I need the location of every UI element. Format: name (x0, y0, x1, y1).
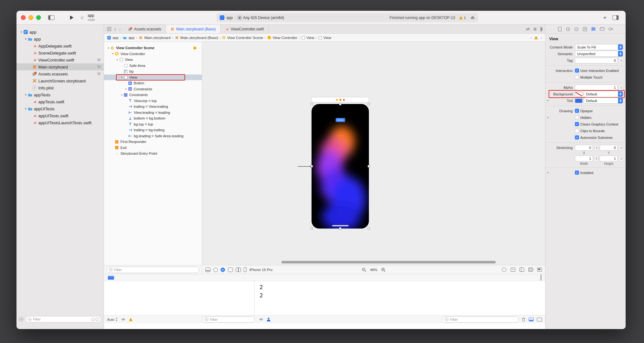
zoom-out-icon[interactable] (362, 268, 366, 272)
back-button[interactable] (114, 26, 116, 32)
next-issue-button[interactable]: › (541, 36, 542, 40)
stretching-x-field[interactable]: 0 (575, 145, 593, 151)
stretching-x-stepper[interactable] (594, 145, 598, 151)
outline-row-scene[interactable]: ▾View Controller Scene (104, 45, 202, 51)
navigator-row-file[interactable]: appUITests.swift (16, 112, 104, 119)
scheme-selector[interactable]: app main (88, 14, 95, 22)
zoom-level[interactable]: 46% (370, 268, 377, 272)
disclosure-triangle[interactable]: ▾ (23, 93, 28, 96)
add-variation-button[interactable] (546, 171, 550, 175)
multiple-touch-checkbox[interactable] (575, 75, 579, 79)
outline-row-button[interactable]: Button (104, 80, 202, 86)
variables-filter-field[interactable]: Filter (202, 316, 254, 323)
connections-inspector-icon[interactable] (609, 27, 613, 31)
activity-status-bar[interactable]: app › Any iOS Device (arm64) Finished ru… (216, 13, 478, 22)
outline-row-constraint[interactable]: bottom = bg.bottom (104, 115, 202, 121)
selection-handle[interactable] (311, 227, 313, 230)
add-editor-icon[interactable] (541, 27, 541, 31)
debug-area-toggle-icon[interactable] (541, 275, 541, 281)
add-file-button[interactable] (19, 317, 23, 321)
outline-row-constraint[interactable]: bg.leading = Safe Area.leading (104, 133, 202, 139)
selection-handle[interactable] (311, 165, 313, 167)
outline-row-bg-imageview[interactable]: bg (104, 68, 202, 74)
variables-scope-dropdown[interactable]: Auto▲▼ (107, 317, 118, 322)
breadcrumb-segment[interactable]: app (128, 36, 134, 40)
add-variation-button[interactable] (546, 115, 550, 120)
disclosure-triangle[interactable]: ▾ (23, 107, 28, 110)
outline-row-exit[interactable]: Exit (104, 145, 202, 151)
navigator-row-file[interactable]: Assets.xcassetsM (16, 70, 104, 77)
split-view-icon[interactable] (236, 268, 241, 272)
forward-button[interactable] (119, 26, 121, 32)
minimize-window-button[interactable] (29, 15, 33, 20)
debugger-icon[interactable] (267, 318, 270, 321)
tab-overview-icon[interactable] (107, 27, 111, 31)
background-popup[interactable]: Default (584, 91, 623, 97)
navigator-row-group[interactable]: ▾appTests (16, 91, 104, 98)
navigator-filter-field[interactable]: Filter (25, 316, 101, 322)
scene-dock[interactable] (312, 97, 369, 102)
scm-filter-icon[interactable] (96, 318, 99, 321)
outline-row-view-controller[interactable]: ▾View Controller (104, 51, 202, 57)
outline-row-constraints[interactable]: ▸Constraints (104, 86, 202, 92)
outline-row-constraint[interactable]: trailing = View.trailing (104, 104, 202, 110)
add-variation-button[interactable] (546, 99, 550, 103)
orientation-icon[interactable] (213, 268, 218, 272)
autoresize-subviews-checkbox[interactable] (575, 135, 579, 139)
navigator-row-file[interactable]: appUITestsLaunchTests.swift (16, 119, 104, 126)
disclosure-triangle[interactable]: ▾ (19, 30, 23, 34)
clears-graphics-context-checkbox[interactable] (575, 122, 579, 126)
show-variables-pane-icon[interactable] (529, 318, 534, 321)
code-review-icon[interactable]: ⇄ (526, 27, 530, 31)
stretching-height-stepper[interactable] (619, 156, 623, 161)
user-interaction-checkbox[interactable] (575, 68, 579, 73)
navigator-row-file[interactable]: SceneDelegate.swift (16, 49, 104, 56)
navigator-row-file-selected[interactable]: Main.storyboardM (16, 63, 104, 70)
variables-view[interactable] (104, 281, 254, 315)
navigator-row-file[interactable]: Info.plist (16, 84, 104, 91)
device-preview[interactable]: Button (312, 104, 369, 229)
outline-row-safe-area[interactable]: Safe Area (104, 63, 202, 69)
size-inspector-icon[interactable] (600, 27, 604, 31)
selection-handle[interactable] (339, 103, 341, 105)
bezel-toggle-icon[interactable] (228, 268, 233, 272)
selection-handle[interactable] (368, 165, 370, 167)
stretching-y-stepper[interactable] (619, 145, 623, 151)
zoom-window-button[interactable] (36, 15, 41, 20)
quick-help-inspector-icon[interactable]: ? (574, 27, 579, 31)
content-mode-popup[interactable]: Scale To Fill (575, 44, 623, 50)
tint-color-swatch[interactable] (575, 99, 583, 103)
prev-issue-button[interactable]: ‹ (530, 36, 531, 40)
update-frames-icon[interactable] (502, 268, 506, 272)
selection-handle[interactable] (368, 103, 370, 105)
adjust-editor-icon[interactable]: ≣ (533, 27, 537, 31)
disclosure-triangle[interactable]: ▾ (23, 37, 28, 41)
stretching-width-stepper[interactable] (594, 156, 598, 161)
selection-handle[interactable] (311, 103, 313, 105)
alpha-field[interactable]: 1 (575, 85, 618, 90)
storyboard-canvas[interactable]: Button (202, 42, 545, 265)
clear-console-icon[interactable] (522, 317, 525, 322)
identity-inspector-icon[interactable] (583, 27, 587, 31)
tab-main-storyboard[interactable]: Main.storyboard (Base) (166, 25, 221, 33)
navigator-row-file[interactable]: ViewController.swiftM (16, 56, 104, 63)
history-inspector-icon[interactable] (566, 27, 570, 31)
opaque-checkbox[interactable] (575, 109, 579, 113)
navigator-row-file[interactable]: LaunchScreen.storyboard (16, 77, 104, 84)
device-name[interactable]: iPhone 15 Pro (249, 268, 273, 272)
show-bars-icon[interactable] (205, 268, 210, 272)
stretching-width-field[interactable]: 1 (575, 156, 593, 161)
add-constraints-icon[interactable] (519, 268, 524, 272)
show-console-pane-icon[interactable] (537, 318, 542, 321)
device-icon[interactable] (244, 267, 247, 272)
breadcrumb-segment[interactable]: View (306, 36, 314, 40)
breadcrumb-segment[interactable]: Main.storyboard (144, 36, 170, 40)
navigator-row-group[interactable]: ▾app (16, 36, 104, 42)
breakpoints-toggle[interactable] (108, 276, 114, 280)
console-filter-field[interactable]: Filter (442, 316, 518, 323)
navigator-row-file[interactable]: AppDelegate.swift (16, 42, 104, 49)
view-controller-dock-icon[interactable] (336, 99, 338, 101)
navigator-row-group[interactable]: ▾appUITests (16, 105, 104, 112)
align-icon[interactable] (511, 268, 515, 272)
warning-badge[interactable]: 1 (459, 16, 466, 20)
